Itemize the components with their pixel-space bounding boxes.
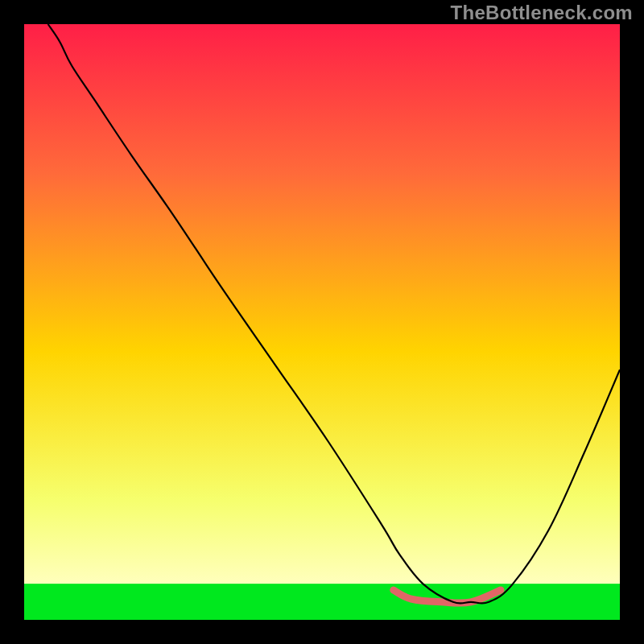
watermark-label: TheBottleneck.com [451, 2, 633, 24]
plot-area [24, 24, 620, 620]
green-bottom-band [24, 584, 620, 620]
bottleneck-chart-svg [24, 24, 620, 620]
gradient-background [24, 24, 620, 620]
chart-frame: TheBottleneck.com [0, 0, 644, 644]
